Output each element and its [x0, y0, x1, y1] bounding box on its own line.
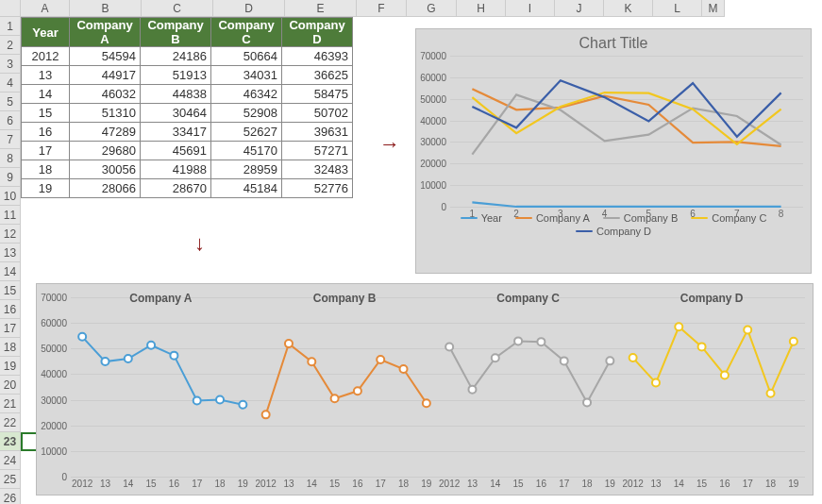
svg-point-30: [767, 390, 775, 397]
cell[interactable]: 54594: [70, 47, 141, 66]
chart-combined[interactable]: Chart Title 0100002000030000400005000060…: [415, 28, 812, 274]
row-header-3[interactable]: 3: [0, 55, 21, 74]
column-headers: ABCDEFGHIJKLM: [21, 0, 725, 17]
cell[interactable]: 47289: [70, 123, 141, 142]
cell[interactable]: 41988: [141, 160, 211, 179]
cell[interactable]: 28670: [141, 179, 211, 198]
cell[interactable]: 29680: [70, 142, 141, 160]
row-header-4[interactable]: 4: [0, 74, 21, 92]
column-header-H[interactable]: H: [457, 0, 506, 17]
cell[interactable]: 32483: [282, 160, 353, 179]
data-table[interactable]: YearCompany ACompany BCompany CCompany D…: [21, 17, 353, 198]
column-header-E[interactable]: E: [285, 0, 357, 17]
table-row[interactable]: 1551310304645290850702: [22, 104, 353, 123]
column-header-F[interactable]: F: [357, 0, 407, 17]
row-header-13[interactable]: 13: [0, 244, 21, 262]
cell[interactable]: 52776: [282, 179, 353, 198]
row-header-9[interactable]: 9: [0, 168, 21, 187]
column-header-M[interactable]: M: [702, 0, 725, 17]
cell[interactable]: 28959: [211, 160, 282, 179]
table-header[interactable]: Year: [22, 18, 70, 47]
select-all-corner[interactable]: [0, 0, 21, 17]
cell[interactable]: 46393: [282, 47, 353, 66]
cell[interactable]: 44917: [70, 66, 141, 85]
cell[interactable]: 18: [22, 160, 70, 179]
table-row[interactable]: 1830056419882895932483: [22, 160, 353, 179]
row-header-5[interactable]: 5: [0, 92, 21, 111]
table-header[interactable]: Company A: [70, 18, 141, 47]
column-header-D[interactable]: D: [213, 0, 285, 17]
cell[interactable]: 13: [22, 66, 70, 85]
cell[interactable]: 14: [22, 85, 70, 104]
cell[interactable]: 50664: [211, 47, 282, 66]
table-row[interactable]: 201254594241865066446393: [22, 47, 353, 66]
cell[interactable]: 19: [22, 179, 70, 198]
table-header[interactable]: Company D: [282, 18, 353, 47]
row-header-1[interactable]: 1: [0, 17, 21, 36]
table-header[interactable]: Company B: [141, 18, 211, 47]
cell[interactable]: 39631: [282, 123, 353, 142]
cell[interactable]: 2012: [22, 47, 70, 66]
cell[interactable]: 24186: [141, 47, 211, 66]
cell[interactable]: 45184: [211, 179, 282, 198]
cell[interactable]: 45170: [211, 142, 282, 160]
row-header-8[interactable]: 8: [0, 149, 21, 168]
svg-point-20: [537, 338, 545, 345]
column-header-A[interactable]: A: [21, 0, 70, 17]
cell[interactable]: 46342: [211, 85, 282, 104]
cell[interactable]: 17: [22, 142, 70, 160]
cell[interactable]: 30056: [70, 160, 141, 179]
chart-small-multiples[interactable]: 0100002000030000400005000060000700002012…: [36, 283, 814, 496]
cell[interactable]: 44838: [141, 85, 211, 104]
table-row[interactable]: 1729680456914517057271: [22, 142, 353, 160]
table-header[interactable]: Company C: [211, 18, 282, 47]
cell[interactable]: 28066: [70, 179, 141, 198]
row-header-26[interactable]: 26: [0, 489, 21, 504]
cell[interactable]: 16: [22, 123, 70, 142]
table-row[interactable]: 1647289334175262739631: [22, 123, 353, 142]
column-header-C[interactable]: C: [142, 0, 213, 17]
row-header-24[interactable]: 24: [0, 451, 21, 470]
row-header-15[interactable]: 15: [0, 281, 21, 300]
row-header-23[interactable]: 23: [0, 432, 21, 451]
column-header-B[interactable]: B: [70, 0, 142, 17]
column-header-K[interactable]: K: [604, 0, 653, 17]
row-header-11[interactable]: 11: [0, 206, 21, 225]
table-row[interactable]: 1928066286704518452776: [22, 179, 353, 198]
row-header-22[interactable]: 22: [0, 413, 21, 432]
row-header-10[interactable]: 10: [0, 187, 21, 206]
cell[interactable]: 33417: [141, 123, 211, 142]
cell[interactable]: 34031: [211, 66, 282, 85]
table-row[interactable]: 1344917519133403136625: [22, 66, 353, 85]
row-header-18[interactable]: 18: [0, 338, 21, 357]
row-header-21[interactable]: 21: [0, 395, 21, 413]
cell[interactable]: 50702: [282, 104, 353, 123]
row-header-14[interactable]: 14: [0, 262, 21, 281]
table-row[interactable]: 1446032448384634258475: [22, 85, 353, 104]
column-header-G[interactable]: G: [407, 0, 457, 17]
cell[interactable]: 51913: [141, 66, 211, 85]
row-header-6[interactable]: 6: [0, 111, 21, 130]
row-header-12[interactable]: 12: [0, 225, 21, 244]
cell[interactable]: 46032: [70, 85, 141, 104]
column-header-L[interactable]: L: [653, 0, 702, 17]
cell[interactable]: 45691: [141, 142, 211, 160]
cell[interactable]: 52908: [211, 104, 282, 123]
cell[interactable]: 51310: [70, 104, 141, 123]
cell[interactable]: 30464: [141, 104, 211, 123]
cell[interactable]: 57271: [282, 142, 353, 160]
column-header-I[interactable]: I: [506, 0, 555, 17]
row-headers: 1234567891011121314151617181920212223242…: [0, 17, 21, 504]
cell[interactable]: 36625: [282, 66, 353, 85]
row-header-19[interactable]: 19: [0, 357, 21, 376]
row-header-25[interactable]: 25: [0, 470, 21, 489]
cell[interactable]: 52627: [211, 123, 282, 142]
row-header-17[interactable]: 17: [0, 319, 21, 338]
row-header-2[interactable]: 2: [0, 36, 21, 55]
cell[interactable]: 15: [22, 104, 70, 123]
row-header-20[interactable]: 20: [0, 376, 21, 395]
row-header-16[interactable]: 16: [0, 300, 21, 319]
row-header-7[interactable]: 7: [0, 130, 21, 149]
column-header-J[interactable]: J: [555, 0, 604, 17]
cell[interactable]: 58475: [282, 85, 353, 104]
